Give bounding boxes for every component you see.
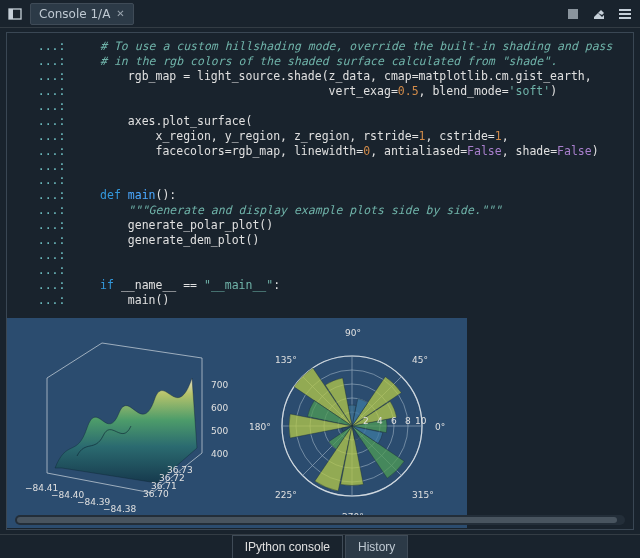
svg-line-11 [102,343,202,358]
horizontal-scrollbar[interactable] [15,515,625,525]
svg-rect-2 [568,9,578,19]
svg-rect-5 [619,17,631,19]
clear-icon[interactable] [588,3,610,25]
scrollbar-thumb[interactable] [17,517,617,523]
svg-text:315°: 315° [412,490,434,500]
svg-text:0°: 0° [435,422,445,432]
dem-surface-plot: 700 600 500 400 36.73 36.72 36.71 36.70 … [7,318,237,528]
title-bar: Console 1/A ✕ [0,0,640,28]
tab-ipython-console[interactable]: IPython console [232,535,343,558]
svg-text:2: 2 [363,416,369,426]
svg-text:4: 4 [377,416,383,426]
svg-text:400: 400 [211,449,228,459]
svg-text:10: 10 [415,416,427,426]
svg-text:700: 700 [211,380,228,390]
svg-text:−84.38: −84.38 [103,504,137,514]
polar-bar-plot: 2 4 6 8 10 0° 45° 90° 135° 180° 225° 270… [237,318,467,528]
svg-rect-4 [619,13,631,15]
svg-text:600: 600 [211,403,228,413]
console-tab[interactable]: Console 1/A ✕ [30,3,134,25]
svg-text:225°: 225° [275,490,297,500]
console-output[interactable]: ...: # To use a custom hillshading mode,… [6,32,634,530]
svg-rect-3 [619,9,631,11]
close-icon[interactable]: ✕ [116,8,124,19]
panel-menu-icon[interactable] [4,3,26,25]
svg-text:135°: 135° [275,355,297,365]
code-block: ...: # To use a custom hillshading mode,… [7,33,633,312]
options-icon[interactable] [614,3,636,25]
svg-text:36.70: 36.70 [143,489,169,499]
svg-text:6: 6 [391,416,397,426]
svg-text:8: 8 [405,416,411,426]
console-tab-label: Console 1/A [39,7,110,21]
tab-history[interactable]: History [345,535,408,558]
svg-text:45°: 45° [412,355,428,365]
svg-line-10 [47,343,102,378]
inline-figure: 700 600 500 400 36.73 36.72 36.71 36.70 … [7,318,467,528]
svg-rect-1 [9,9,13,19]
svg-text:500: 500 [211,426,228,436]
svg-text:90°: 90° [345,328,361,338]
stop-icon[interactable] [562,3,584,25]
bottom-tab-bar: IPython console History [0,534,640,558]
svg-text:180°: 180° [249,422,271,432]
